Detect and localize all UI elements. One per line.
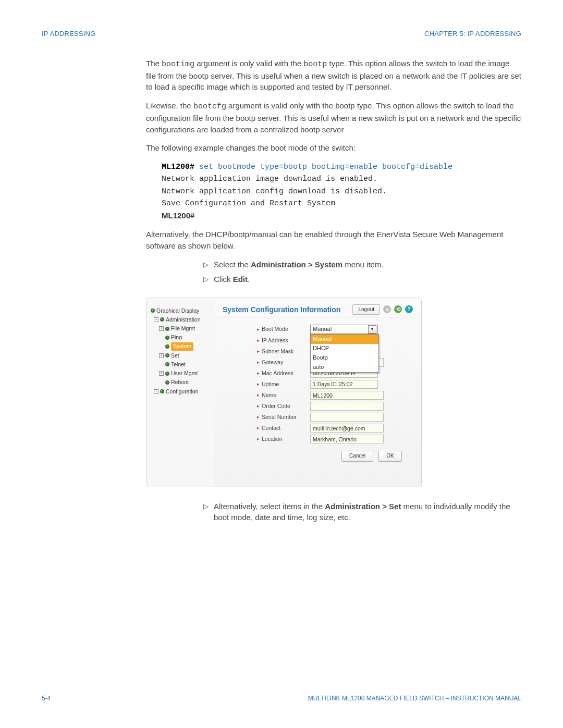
chevron-down-icon[interactable]: ▼ <box>368 325 376 334</box>
label-mac-address: Mac Address <box>257 369 305 377</box>
uptime-field: 1 Days 01:25:02 <box>310 380 378 389</box>
expand-icon[interactable]: + <box>159 353 164 358</box>
bullet-icon <box>165 362 169 366</box>
panel-title: System Configuration Information <box>223 304 340 315</box>
tree-item-system[interactable]: System <box>151 342 212 351</box>
collapse-icon[interactable]: – <box>154 317 158 322</box>
code-bootcfg: bootcfg <box>193 102 226 111</box>
bullet-icon <box>165 344 169 349</box>
bullet-icon <box>165 372 169 376</box>
tree-item-reboot[interactable]: Reboot <box>151 378 212 387</box>
bullet-icon <box>160 389 164 393</box>
location-field[interactable] <box>310 435 384 443</box>
boot-mode-options: Manual DHCP Bootp auto <box>310 334 379 373</box>
label-order-code: Order Code <box>257 402 305 410</box>
bullet-icon <box>165 380 169 385</box>
label-ip-address: IP Address <box>257 337 305 344</box>
step-item-1: ▷ Select the Administration > System men… <box>203 259 521 270</box>
code-output-1: Network application image download is en… <box>162 175 377 183</box>
tree-item-configuration[interactable]: +Configuration <box>151 387 212 396</box>
tree-item-administration[interactable]: –Administration <box>151 315 212 324</box>
expand-icon[interactable]: + <box>159 371 164 376</box>
contact-field[interactable] <box>310 424 384 433</box>
page-number: 5-4 <box>42 694 51 703</box>
step1-bold: Administration > System <box>251 260 342 269</box>
boot-mode-dropdown[interactable]: Manual ▼ Manual DHCP Bootp auto <box>310 325 378 334</box>
triangle-icon: ▷ <box>203 260 209 270</box>
step2-b: . <box>248 275 250 283</box>
step2-bold: Edit <box>233 275 248 283</box>
p1-text-b: argument is only valid with the <box>194 59 303 68</box>
name-field[interactable] <box>310 391 384 400</box>
label-location: Location <box>257 435 305 443</box>
triangle-icon: ▷ <box>203 502 209 512</box>
step1-b: menu item. <box>342 260 383 269</box>
paragraph-3: The following example changes the boot m… <box>146 142 521 154</box>
step-item-2: ▷ Click Edit. <box>203 274 521 285</box>
label-boot-mode: Boot Mode <box>257 325 305 333</box>
tree-item-set[interactable]: +Set <box>151 351 212 360</box>
boot-mode-value: Manual <box>313 325 332 334</box>
label-uptime: Uptime <box>257 380 305 388</box>
paragraph-4: Alternatively, the DHCP/bootp/manual can… <box>146 229 521 252</box>
code-prompt: ML1200# <box>162 163 194 171</box>
refresh-icon[interactable]: ⟲ <box>394 305 402 313</box>
tree-item-graphical-display[interactable]: Graphical Display <box>151 306 212 315</box>
code-example: ML1200# set bootmode type=bootp bootimg=… <box>162 161 521 223</box>
step1-a: Select the <box>214 260 251 269</box>
code-final-prompt: ML1200# <box>162 211 194 220</box>
header-right: CHAPTER 5: IP ADDRESSING <box>424 29 521 39</box>
step3-bold: Administration > Set <box>325 502 401 511</box>
expand-icon[interactable]: + <box>154 389 158 394</box>
ok-button[interactable]: OK <box>378 451 401 462</box>
bullet-icon <box>160 317 164 322</box>
step3-a: Alternatively, select items in the <box>214 502 325 511</box>
nav-tree: Graphical Display –Administration +File … <box>146 298 214 487</box>
label-subnet-mask: Subnet Mask <box>257 348 305 355</box>
option-bootp[interactable]: Bootp <box>311 353 378 363</box>
option-manual[interactable]: Manual <box>311 335 378 344</box>
tree-item-user-mgmt[interactable]: +User Mgmt <box>151 369 212 378</box>
label-contact: Contact <box>257 424 305 432</box>
label-name: Name <box>257 391 305 399</box>
paragraph-1: The bootimg argument is only valid with … <box>146 58 521 93</box>
code-bootimg: bootimg <box>162 60 194 69</box>
tree-item-file-mgmt[interactable]: +File Mgmt <box>151 324 212 333</box>
code-command: set bootmode type=bootp bootimg=enable b… <box>194 163 452 171</box>
option-auto[interactable]: auto <box>311 363 378 372</box>
option-dhcp[interactable]: DHCP <box>311 344 378 353</box>
tree-item-ping[interactable]: Ping <box>151 333 212 342</box>
tree-item-telnet[interactable]: Telnet <box>151 360 212 369</box>
order-code-field[interactable] <box>310 402 384 411</box>
bullet-icon <box>151 309 155 313</box>
bullet-icon <box>165 353 169 357</box>
config-screenshot: Graphical Display –Administration +File … <box>146 298 422 487</box>
p1-text-a: The <box>146 59 162 68</box>
label-gateway: Gateway <box>257 359 305 366</box>
triangle-icon: ▷ <box>203 275 209 285</box>
cancel-button[interactable]: Cancel <box>341 451 373 462</box>
label-serial-number: Serial Number <box>257 413 305 421</box>
footer-title: MULTILINK ML1200 MANAGED FIELD SWITCH – … <box>308 694 521 703</box>
step-item-3: ▷ Alternatively, select items in the Adm… <box>203 501 521 524</box>
p2-text-a: Likewise, the <box>146 101 193 110</box>
header-left: IP ADDRESSING <box>42 29 96 39</box>
code-bootp: bootp <box>303 60 327 69</box>
step2-a: Click <box>214 275 233 283</box>
save-icon[interactable]: ■ <box>383 305 391 313</box>
code-output-2: Network application config download is d… <box>162 187 387 196</box>
expand-icon[interactable]: + <box>159 326 164 331</box>
serial-number-field[interactable] <box>310 413 384 422</box>
logout-button[interactable]: Logout <box>352 304 380 315</box>
bullet-icon <box>165 327 169 331</box>
paragraph-2: Likewise, the bootcfg argument is valid … <box>146 100 521 135</box>
bullet-icon <box>165 336 169 340</box>
help-icon[interactable]: ? <box>405 305 413 313</box>
code-output-3: Save Configuration and Restart System <box>162 199 335 208</box>
